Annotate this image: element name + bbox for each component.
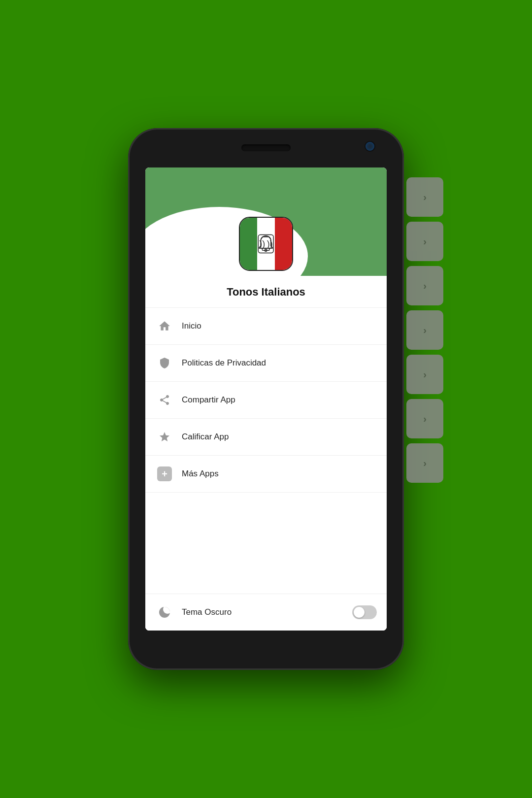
- svg-rect-3: [263, 236, 269, 237]
- menu-label-calificar: Calificar App: [182, 432, 377, 442]
- toggle-label-tema-oscuro: Tema Oscuro: [182, 607, 352, 617]
- phone-top-bar: [128, 128, 404, 167]
- side-card-arrow-2: ›: [423, 236, 427, 247]
- share-icon: [155, 391, 174, 409]
- phone-lines-right: )): [267, 239, 273, 248]
- side-cards: › › › › › › ›: [406, 177, 443, 483]
- phone-device: )) )): [128, 128, 404, 670]
- star-icon: [155, 428, 174, 446]
- side-card-arrow-3: ›: [423, 280, 427, 292]
- menu-list: Inicio Politicas de Privacidad: [145, 308, 387, 631]
- app-icon: )) )): [239, 217, 293, 271]
- moon-icon-shape: [159, 607, 170, 618]
- icon-right-red: [275, 218, 292, 270]
- menu-item-privacidad[interactable]: Politicas de Privacidad: [145, 345, 387, 382]
- camera: [366, 142, 374, 151]
- side-card-6[interactable]: ›: [406, 399, 443, 438]
- side-card-arrow-1: ›: [423, 192, 427, 203]
- side-card-arrow-6: ›: [423, 413, 427, 425]
- side-card-2[interactable]: ›: [406, 222, 443, 261]
- side-card-5[interactable]: ›: [406, 355, 443, 394]
- menu-label-privacidad: Politicas de Privacidad: [182, 358, 377, 368]
- side-card-1[interactable]: ›: [406, 177, 443, 217]
- side-card-arrow-5: ›: [423, 369, 427, 380]
- menu-label-inicio: Inicio: [182, 321, 377, 331]
- icon-left-green: [240, 218, 257, 270]
- shield-icon: [155, 354, 174, 372]
- screen-header: )) )): [145, 167, 387, 276]
- app-icon-container: )) )): [239, 217, 293, 271]
- plus-icon: +: [155, 465, 174, 483]
- menu-item-inicio[interactable]: Inicio: [145, 308, 387, 345]
- phone-lines-left: )): [259, 239, 265, 248]
- menu-label-compartir: Compartir App: [182, 395, 377, 405]
- menu-item-mas-apps[interactable]: + Más Apps: [145, 456, 387, 493]
- side-card-3[interactable]: ›: [406, 266, 443, 305]
- app-title: Tonos Italianos: [145, 281, 387, 308]
- side-card-7[interactable]: ›: [406, 443, 443, 483]
- menu-item-compartir[interactable]: Compartir App: [145, 382, 387, 419]
- plus-icon-box: +: [157, 466, 172, 481]
- moon-icon: [155, 603, 174, 622]
- side-card-arrow-4: ›: [423, 325, 427, 336]
- phone-screen: )) )): [145, 167, 387, 631]
- toggle-section-tema-oscuro[interactable]: Tema Oscuro: [145, 594, 387, 631]
- side-card-4[interactable]: ›: [406, 310, 443, 350]
- speaker: [241, 144, 291, 151]
- tema-oscuro-toggle[interactable]: [352, 605, 377, 619]
- menu-label-mas-apps: Más Apps: [182, 469, 377, 479]
- home-icon: [155, 317, 174, 335]
- side-card-arrow-7: ›: [423, 458, 427, 469]
- icon-center-white: )) )): [257, 218, 274, 270]
- menu-item-calificar[interactable]: Calificar App: [145, 419, 387, 456]
- screen-content: Tonos Italianos Inicio: [145, 276, 387, 631]
